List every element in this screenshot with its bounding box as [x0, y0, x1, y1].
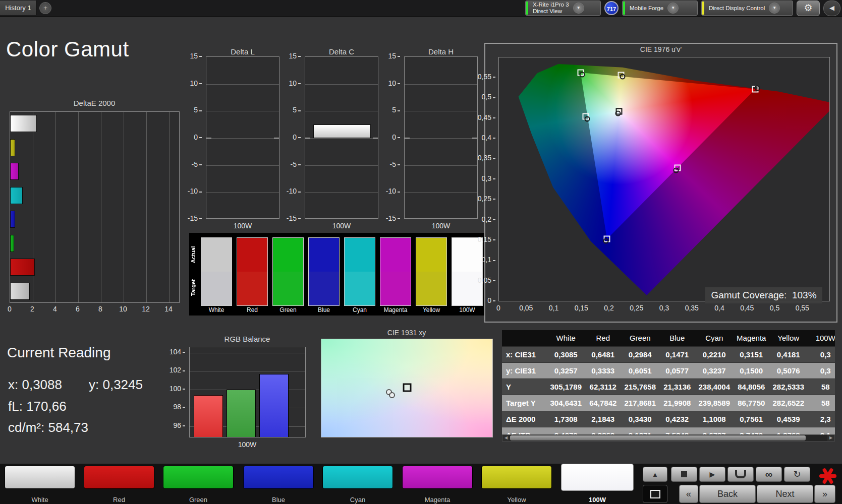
zero-tick: [274, 138, 279, 139]
stop-button[interactable]: [671, 467, 697, 482]
axis-tick-label: 14: [164, 305, 173, 313]
column-header: Blue: [659, 330, 696, 346]
axis-tick-label: 0,2: [473, 215, 495, 223]
axis-tick-label: 98: [167, 403, 185, 411]
table-cell: 0,6051: [622, 363, 659, 379]
display-control-dropdown[interactable]: Direct Display Control ▼: [701, 1, 793, 16]
table-cell: 58: [807, 379, 835, 395]
add-tab-button[interactable]: +: [39, 2, 51, 14]
table-scrollbar[interactable]: ◀ ▶: [502, 434, 835, 442]
table-cell: 58: [807, 395, 835, 411]
chevron-down-icon[interactable]: ▼: [769, 3, 780, 14]
back-button[interactable]: Back: [699, 485, 756, 503]
gridline: [124, 112, 124, 302]
table-cell: 0,1500: [733, 363, 770, 379]
gridline: [405, 138, 477, 139]
gridline: [206, 192, 279, 193]
rgb-bar-red: [194, 395, 223, 437]
chevron-down-icon[interactable]: ▼: [573, 3, 584, 14]
swatch-label: Magenta: [380, 306, 411, 313]
pattern-button-white[interactable]: [5, 466, 75, 489]
source-dropdown[interactable]: Mobile Forge ▼: [622, 1, 698, 16]
axis-tick-label: 0,15: [473, 235, 495, 243]
current-reading-cd: cd/m²: 584,73: [8, 420, 88, 435]
measured-marker-green: [580, 72, 585, 78]
gridline: [190, 353, 305, 353]
zero-tick: [305, 138, 310, 139]
pattern-button-cyan[interactable]: [322, 466, 393, 489]
deltae-bar-100w: [10, 115, 37, 132]
continuous-read-button[interactable]: ∞: [756, 467, 782, 482]
table-cell: 7,5348: [659, 427, 696, 434]
swatch-target: [416, 272, 446, 305]
scroll-left-icon[interactable]: ◀: [502, 435, 510, 441]
rgb-balance-chart-title: RGB Balance: [224, 335, 270, 343]
rgb-bar-green: [227, 390, 256, 437]
column-header: White: [547, 330, 585, 346]
cancel-asterisk-icon[interactable]: [818, 466, 838, 486]
table-row: ΔE ITP2,40700,38622,13717,53482,67373,74…: [502, 427, 835, 434]
pattern-button-red[interactable]: [84, 466, 154, 489]
delta-chart-x-label: 100W: [234, 222, 252, 230]
tab-history-1[interactable]: History 1: [0, 1, 37, 15]
axis-tick-label: 8: [98, 305, 102, 313]
table-header-row: WhiteRedGreenBlueCyanMagentaYellow100W: [502, 330, 835, 346]
pattern-button-yellow[interactable]: [481, 466, 552, 489]
delta-bar-100w: [313, 124, 371, 138]
axis-tick-label: 5: [282, 106, 301, 114]
table-cell: 0,4181: [770, 347, 807, 362]
swatch-target: [345, 272, 375, 305]
row-label: ΔE ITP: [502, 427, 547, 434]
pattern-button-blue[interactable]: [243, 466, 314, 489]
pattern-button-100w[interactable]: [561, 464, 634, 491]
current-reading-y: y: 0,3245: [89, 377, 143, 393]
swatch-actual: [201, 238, 232, 272]
back-chevron-button[interactable]: «: [679, 485, 698, 503]
table-cell: 304,6431: [547, 395, 585, 411]
axis-tick-label: 4: [53, 305, 57, 313]
refresh-button[interactable]: ↻: [784, 467, 810, 482]
collapse-panel-icon[interactable]: ◀: [823, 1, 840, 16]
chevron-down-icon[interactable]: ▼: [667, 3, 679, 14]
pattern-button-label: Magenta: [402, 496, 473, 503]
gear-icon[interactable]: ⚙: [797, 1, 820, 16]
axis-tick-label: 0,35: [473, 154, 495, 162]
column-header: Red: [585, 330, 622, 346]
probe-button[interactable]: [727, 467, 754, 482]
axis-tick-label: 12: [142, 305, 150, 313]
table-cell: 0,3257: [547, 363, 585, 379]
gridline: [101, 112, 101, 302]
table-cell: 0,7561: [733, 411, 770, 427]
rgb-balance-chart: [189, 347, 306, 437]
pattern-button-green[interactable]: [163, 466, 234, 489]
axis-tick-label: 0,1: [473, 256, 495, 264]
axis-tick-label: 0,05: [519, 304, 533, 312]
pattern-up-button[interactable]: ▲: [643, 467, 667, 482]
table-cell: 0,3085: [547, 347, 585, 362]
axis-tick-label: 5: [183, 106, 202, 114]
axis-tick-label: 0: [282, 133, 301, 141]
table-row: Y305,178962,3112215,765821,3136238,40048…: [502, 379, 835, 395]
page-title: Color Gamut: [6, 37, 129, 61]
scroll-right-icon[interactable]: ▶: [827, 435, 834, 441]
axis-tick-label: 0,45: [740, 304, 754, 312]
swatch-target: [237, 272, 267, 305]
chevron-right-icon: »: [822, 489, 827, 499]
next-chevron-button[interactable]: »: [814, 485, 835, 503]
axis-tick-label: 6: [76, 305, 80, 313]
play-button[interactable]: ▶: [699, 467, 725, 482]
meter-name: X-Rite i1Pro 3: [533, 2, 569, 8]
gamut-coverage-readout: Gamut Coverage: 103%: [705, 287, 822, 303]
scrollbar-thumb[interactable]: [510, 435, 806, 440]
table-cell: 0,2984: [622, 347, 659, 362]
next-button[interactable]: Next: [757, 485, 813, 503]
column-header: Yellow: [770, 330, 807, 346]
table-cell: 0,0577: [659, 363, 696, 379]
gridline: [206, 111, 279, 111]
pattern-button-magenta[interactable]: [402, 466, 473, 489]
swatch-actual: [345, 238, 375, 272]
meter-dropdown[interactable]: X-Rite i1Pro 3 Direct View ▼: [525, 1, 601, 16]
delta_c-chart: [305, 56, 378, 219]
pattern-button-label: Yellow: [481, 496, 552, 503]
pattern-window-button[interactable]: [643, 485, 667, 503]
